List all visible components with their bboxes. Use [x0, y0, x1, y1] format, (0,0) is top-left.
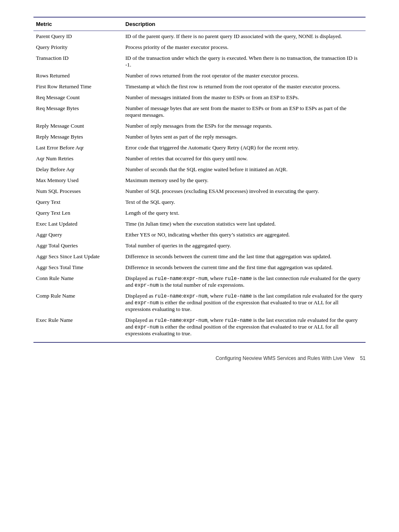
table-row: Num SQL ProcessesNumber of SQL processes… [33, 186, 366, 197]
metric-description: Process priority of the master executor … [123, 42, 366, 53]
table-row: Req Message BytesNumber of message bytes… [33, 103, 366, 121]
metric-name: Aggr Secs Since Last Update [33, 251, 123, 262]
metric-description: Number of retries that occurred for this… [123, 153, 366, 164]
metric-name: Reply Message Bytes [33, 131, 123, 142]
page-footer: Configuring Neoview WMS Services and Rul… [33, 355, 366, 361]
table-row: Query TextText of the SQL query. [33, 197, 366, 208]
metric-name: Delay Before Aqr [33, 164, 123, 175]
metric-name: Query Text [33, 197, 123, 208]
metric-description: Timestamp at which the first row is retu… [123, 81, 366, 92]
table-row: Comp Rule NameDisplayed as rule-name:exp… [33, 290, 366, 315]
metric-name: Num SQL Processes [33, 186, 123, 197]
col-metric: Metric [33, 17, 123, 31]
metric-description: Number of reply messages from the ESPs f… [123, 121, 366, 131]
metric-name: Aggr Secs Total Time [33, 262, 123, 273]
table-row: Aqr Num RetriesNumber of retries that oc… [33, 153, 366, 164]
table-row: Exec Rule NameDisplayed as rule-name:exp… [33, 315, 366, 342]
table-row: Aggr QueryEither YES or NO, indicating w… [33, 229, 366, 240]
metric-description: Number of seconds that the SQL engine wa… [123, 164, 366, 175]
metric-name: Max Memory Used [33, 175, 123, 186]
table-row: Rows ReturnedNumber of rows returned fro… [33, 70, 366, 81]
metric-description: Number of bytes sent as part of the repl… [123, 131, 366, 142]
metric-name: Req Message Count [33, 92, 123, 103]
metric-description: Length of the query text. [123, 208, 366, 218]
col-description: Description [123, 17, 366, 31]
table-header-row: Metric Description [33, 17, 366, 31]
metric-name: Comp Rule Name [33, 290, 123, 315]
metric-name: First Row Returned Time [33, 81, 123, 92]
metric-description: ID of the transaction under which the qu… [123, 53, 366, 70]
table-row: Last Error Before AqrError code that tri… [33, 142, 366, 153]
metric-description: Number of SQL processes (excluding ESAM … [123, 186, 366, 197]
table-row: Conn Rule NameDisplayed as rule-name:exp… [33, 273, 366, 290]
table-row: Max Memory UsedMaximum memory used by th… [33, 175, 366, 186]
metric-description: Maximum memory used by the query. [123, 175, 366, 186]
metric-description: Difference in seconds between the curren… [123, 262, 366, 273]
page-content: Metric Description Parent Query IDID of … [33, 17, 366, 361]
table-row: Transaction IDID of the transaction unde… [33, 53, 366, 70]
table-row: Aggr Secs Since Last UpdateDifference in… [33, 251, 366, 262]
metric-description: Either YES or NO, indicating whether thi… [123, 229, 366, 240]
table-row: Req Message CountNumber of messages init… [33, 92, 366, 103]
table-row: Reply Message BytesNumber of bytes sent … [33, 131, 366, 142]
metric-name: Req Message Bytes [33, 103, 123, 121]
metric-name: Parent Query ID [33, 31, 123, 42]
metric-description: Text of the SQL query. [123, 197, 366, 208]
footer-text: Configuring Neoview WMS Services and Rul… [215, 355, 354, 361]
table-row: Query PriorityProcess priority of the ma… [33, 42, 366, 53]
metric-name: Rows Returned [33, 70, 123, 81]
metric-name: Aggr Query [33, 229, 123, 240]
metric-name: Exec Rule Name [33, 315, 123, 342]
metric-description: Difference in seconds between the curren… [123, 251, 366, 262]
metric-name: Query Priority [33, 42, 123, 53]
metrics-table: Metric Description Parent Query IDID of … [33, 17, 366, 343]
metric-description: Displayed as rule-name:expr-num, where r… [123, 315, 366, 342]
table-row: Aggr Total QueriesTotal number of querie… [33, 240, 366, 251]
metric-description: Total number of queries in the aggregate… [123, 240, 366, 251]
metric-description: Error code that triggered the Automatic … [123, 142, 366, 153]
metric-name: Transaction ID [33, 53, 123, 70]
metric-description: Number of rows returned from the root op… [123, 70, 366, 81]
metric-name: Reply Message Count [33, 121, 123, 131]
metric-name: Aqr Num Retries [33, 153, 123, 164]
table-row: Reply Message CountNumber of reply messa… [33, 121, 366, 131]
table-row: Query Text LenLength of the query text. [33, 208, 366, 218]
metric-description: Displayed as rule-name:expr-num, where r… [123, 290, 366, 315]
metric-description: ID of the parent query. If there is no p… [123, 31, 366, 42]
table-row: Parent Query IDID of the parent query. I… [33, 31, 366, 42]
metric-description: Displayed as rule-name:expr-num, where r… [123, 273, 366, 290]
metric-description: Time (in Julian time) when the execution… [123, 218, 366, 229]
table-row: Exec Last UpdatedTime (in Julian time) w… [33, 218, 366, 229]
metric-name: Last Error Before Aqr [33, 142, 123, 153]
page-number: 51 [360, 355, 366, 361]
metric-description: Number of message bytes that are sent fr… [123, 103, 366, 121]
table-row: First Row Returned TimeTimestamp at whic… [33, 81, 366, 92]
table-row: Aggr Secs Total TimeDifference in second… [33, 262, 366, 273]
table-row: Delay Before AqrNumber of seconds that t… [33, 164, 366, 175]
metric-name: Exec Last Updated [33, 218, 123, 229]
metric-name: Conn Rule Name [33, 273, 123, 290]
metric-description: Number of messages initiated from the ma… [123, 92, 366, 103]
metric-name: Query Text Len [33, 208, 123, 218]
metric-name: Aggr Total Queries [33, 240, 123, 251]
